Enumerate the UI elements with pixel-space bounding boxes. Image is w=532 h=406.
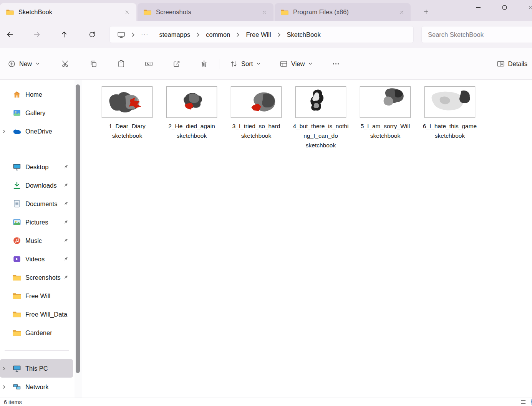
- details-button-label: Details: [508, 60, 527, 68]
- new-button[interactable]: New: [3, 56, 45, 71]
- breadcrumb-item-common[interactable]: common: [202, 28, 234, 41]
- folder-icon: [13, 310, 21, 319]
- file-item[interactable]: 5_I_am_sorry_Will sketchbook: [356, 86, 414, 140]
- monitor-icon: [117, 31, 125, 39]
- more-options-button[interactable]: [327, 56, 344, 71]
- sidebar-item-gardener[interactable]: Gardener: [0, 323, 73, 342]
- sidebar-item-label: Screenshots: [25, 274, 61, 281]
- sidebar-item-onedrive[interactable]: OneDrive: [0, 122, 73, 140]
- sidebar-item-pictures[interactable]: Pictures: [0, 213, 73, 231]
- file-name: 4_but_there_is_nothing_I_can_do sketchbo…: [292, 121, 350, 150]
- file-name: 2_He_died_again sketchbook: [162, 121, 221, 140]
- folder-icon: [6, 9, 14, 15]
- chevron-right-icon[interactable]: [235, 32, 240, 37]
- back-button[interactable]: [3, 28, 17, 41]
- status-bar: 6 items: [0, 398, 532, 406]
- file-item[interactable]: 4_but_there_is_nothing_I_can_do sketchbo…: [292, 86, 350, 150]
- tab-sketchbook[interactable]: SketchBook: [0, 3, 136, 21]
- breadcrumb: ··· steamapps common Free Will SketchBoo…: [109, 26, 414, 43]
- folder-icon: [13, 273, 21, 282]
- breadcrumb-item-steamapps[interactable]: steamapps: [155, 28, 194, 41]
- chevron-right-icon[interactable]: [2, 366, 6, 371]
- sidebar-item-this-pc[interactable]: This PC: [0, 359, 73, 378]
- up-button[interactable]: [57, 28, 71, 41]
- thumbnail-view-toggle[interactable]: [529, 398, 532, 406]
- breadcrumb-overflow[interactable]: ···: [137, 28, 152, 41]
- tab-close-button[interactable]: [396, 7, 407, 18]
- paste-button[interactable]: [113, 56, 129, 71]
- sketch-image: [425, 87, 474, 117]
- sidebar-scrollbar[interactable]: [75, 80, 82, 398]
- gallery-icon: [13, 109, 21, 117]
- sidebar-item-music[interactable]: Music: [0, 231, 73, 250]
- sidebar-divider: [5, 350, 69, 351]
- home-icon: [13, 90, 21, 99]
- minimize-button[interactable]: [469, 0, 487, 15]
- chevron-right-icon[interactable]: [2, 385, 6, 389]
- tab-strip: SketchBook Screenshots Program Files (x8…: [0, 0, 532, 21]
- sidebar-item-documents[interactable]: Documents: [0, 195, 73, 213]
- chevron-right-icon[interactable]: [277, 32, 282, 37]
- sidebar-item-network[interactable]: Network: [0, 378, 73, 396]
- sidebar-item-gallery[interactable]: Gallery: [0, 104, 73, 122]
- tab-program-files[interactable]: Program Files (x86): [275, 3, 411, 21]
- folder-icon: [13, 292, 21, 300]
- plus-icon: [423, 8, 429, 15]
- file-item[interactable]: 1_Dear_Diary sketchbook: [98, 86, 156, 140]
- close-window-button[interactable]: [522, 0, 532, 15]
- view-button-label: View: [291, 60, 305, 68]
- rename-button[interactable]: [140, 56, 157, 71]
- item-count: 6 items: [4, 399, 22, 405]
- sort-button[interactable]: Sort: [225, 56, 265, 71]
- refresh-icon: [88, 31, 96, 38]
- sketch-image: [103, 87, 152, 117]
- breadcrumb-item-free-will[interactable]: Free Will: [242, 28, 275, 41]
- sidebar-item-downloads[interactable]: Downloads: [0, 176, 73, 195]
- tab-close-button[interactable]: [259, 7, 270, 18]
- sidebar-item-desktop[interactable]: Desktop: [0, 158, 73, 176]
- delete-button[interactable]: [196, 56, 212, 71]
- tab-close-button[interactable]: [122, 7, 133, 18]
- search-box: [421, 26, 532, 43]
- chevron-slot: [0, 366, 8, 371]
- file-name: 6_I_hate_this_game sketchbook: [421, 121, 479, 140]
- list-view-icon: [520, 399, 527, 405]
- breadcrumb-item-sketchbook[interactable]: SketchBook: [283, 28, 325, 41]
- tab-screenshots[interactable]: Screenshots: [138, 3, 273, 21]
- pictures-icon: [13, 218, 21, 226]
- new-tab-button[interactable]: [419, 5, 433, 18]
- chevron-right-icon[interactable]: [131, 32, 136, 37]
- sketch-image: [167, 87, 216, 117]
- minimize-icon: [476, 7, 481, 8]
- view-button[interactable]: View: [275, 56, 317, 71]
- search-input[interactable]: [422, 26, 532, 43]
- network-icon: [13, 383, 21, 391]
- sidebar-item-label: Network: [25, 383, 49, 391]
- forward-button[interactable]: [30, 28, 44, 41]
- breadcrumb-this-pc[interactable]: [113, 28, 129, 41]
- file-item[interactable]: 3_I_tried_so_hard sketchbook: [227, 86, 285, 140]
- sidebar-item-free-will[interactable]: Free Will: [0, 287, 73, 305]
- file-list-area[interactable]: 1_Dear_Diary sketchbook 2_He_died_again …: [82, 80, 532, 398]
- chevron-right-icon[interactable]: [196, 32, 201, 37]
- cut-button[interactable]: [57, 56, 74, 71]
- file-item[interactable]: 2_He_died_again sketchbook: [162, 86, 221, 140]
- maximize-button[interactable]: [496, 0, 513, 15]
- sidebar-item-free-will-data[interactable]: Free Will_Data: [0, 305, 73, 323]
- details-view-toggle[interactable]: [519, 398, 528, 406]
- sidebar-item-screenshots[interactable]: Screenshots: [0, 268, 73, 287]
- copy-button[interactable]: [85, 56, 102, 71]
- onedrive-icon: [13, 127, 21, 135]
- sidebar-item-home[interactable]: Home: [0, 85, 73, 104]
- scrollbar-thumb[interactable]: [76, 84, 80, 373]
- refresh-button[interactable]: [85, 28, 99, 41]
- music-icon: [13, 236, 21, 245]
- sidebar-item-videos[interactable]: Videos: [0, 250, 73, 268]
- details-button[interactable]: Details: [493, 56, 531, 71]
- command-toolbar: New Sort View Details: [0, 48, 532, 80]
- sidebar-item-label: Home: [25, 91, 42, 98]
- chevron-right-icon[interactable]: [2, 129, 6, 134]
- rename-icon: [145, 60, 153, 68]
- share-button[interactable]: [168, 56, 185, 71]
- file-item[interactable]: 6_I_hate_this_game sketchbook: [421, 86, 479, 140]
